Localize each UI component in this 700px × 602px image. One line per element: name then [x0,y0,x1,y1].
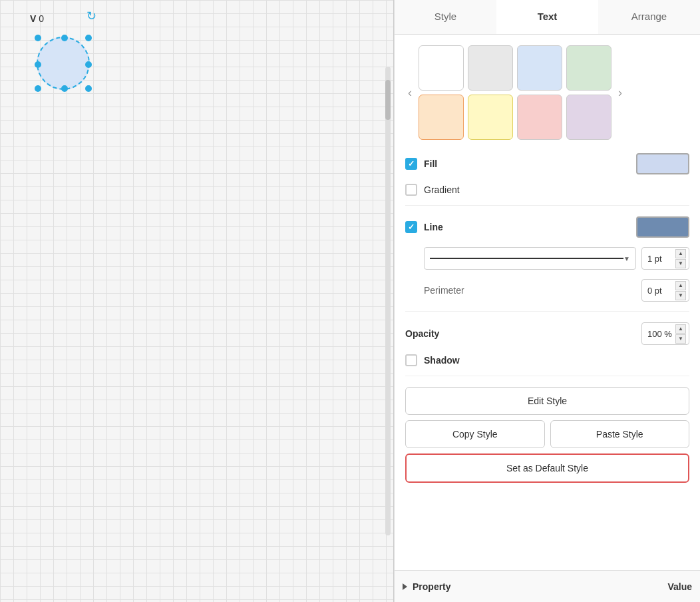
tabs-bar: Style Text Arrange [395,0,700,35]
canvas-area[interactable]: ↻ V 0 [0,0,394,602]
separator-3 [405,376,689,376]
swatch-light-orange[interactable] [419,95,464,140]
dropdown-arrow-icon: ▼ [623,255,630,262]
line-pt-stepper: ▲ ▼ [675,249,686,268]
line-style-select[interactable]: ▼ [424,247,636,270]
shape-label-v: V [30,13,36,24]
swatch-light-yellow[interactable] [468,95,513,140]
opacity-value: 100 % [647,329,672,339]
swatch-light-gray[interactable] [468,45,513,91]
perimeter-pt-stepper: ▲ ▼ [675,281,686,300]
line-pt-down[interactable]: ▼ [675,259,686,268]
perimeter-pt-down[interactable]: ▼ [675,291,686,300]
perimeter-pt-input[interactable]: 0 pt ▲ ▼ [641,279,689,302]
perimeter-pt-value: 0 pt [647,286,662,296]
line-label: Line [424,222,636,232]
tab-arrange[interactable]: Arrange [598,0,700,34]
canvas-scrollbar[interactable] [385,67,391,535]
opacity-down[interactable]: ▼ [675,334,686,344]
opacity-up[interactable]: ▲ [675,324,686,334]
canvas-scrollbar-thumb[interactable] [385,80,391,120]
swatch-light-blue[interactable] [517,45,562,91]
shadow-row: Shadow [405,354,689,366]
swatch-light-green[interactable] [566,45,612,91]
gradient-label: Gradient [424,184,689,195]
fill-color-box[interactable] [636,153,689,174]
gradient-row: Gradient [405,184,689,196]
edit-style-button[interactable]: Edit Style [405,387,689,415]
paste-style-button[interactable]: Paste Style [550,420,690,448]
swatches-next-btn[interactable]: › [615,83,625,103]
right-panel: Style Text Arrange ‹ › [394,0,700,602]
shape-container[interactable]: ↻ V 0 [37,37,90,90]
opacity-label: Opacity [405,328,641,339]
handle-top-mid[interactable] [61,35,68,41]
line-style-row: ▼ 1 pt ▲ ▼ [405,247,689,270]
shape-label-num: 0 [39,13,44,24]
handle-mid-left[interactable] [35,61,41,68]
opacity-stepper: ▲ ▼ [675,324,686,344]
line-pt-value: 1 pt [647,254,662,264]
perimeter-label: Perimeter [424,285,636,296]
swatch-light-red[interactable] [517,95,562,140]
tab-text[interactable]: Text [496,0,598,34]
line-preview [430,258,623,259]
fill-checkbox[interactable] [405,158,417,170]
handle-bot-right[interactable] [85,85,92,92]
rotate-handle[interactable]: ↻ [87,9,96,23]
swatches-grid [419,45,612,140]
set-default-style-button[interactable]: Set as Default Style [405,453,689,483]
fill-label: Fill [424,158,636,169]
opacity-row: Opacity 100 % ▲ ▼ [405,322,689,345]
property-footer: Property Value [395,570,700,602]
separator-1 [405,205,689,206]
shadow-checkbox[interactable] [405,354,417,366]
property-expand-icon[interactable] [403,583,407,590]
line-pt-input[interactable]: 1 pt ▲ ▼ [641,247,689,270]
handle-bot-mid[interactable] [61,85,68,92]
swatch-white[interactable] [419,45,464,91]
handle-top-left[interactable] [35,35,41,41]
copy-style-button[interactable]: Copy Style [405,420,545,448]
line-color-box[interactable] [636,216,689,238]
shape-circle[interactable] [37,37,90,90]
gradient-checkbox[interactable] [405,184,417,196]
line-row: Line [405,216,689,238]
separator-2 [405,311,689,312]
handle-top-right[interactable] [85,35,92,41]
swatches-prev-btn[interactable]: ‹ [405,83,415,103]
property-col-label: Property [413,581,667,592]
shape-label: V 0 [30,13,44,24]
panel-content: ‹ › Fill Gradient [395,35,700,570]
tab-style[interactable]: Style [395,0,496,34]
value-col-label: Value [667,581,692,592]
fill-row: Fill [405,153,689,174]
line-checkbox[interactable] [405,221,417,233]
line-pt-up[interactable]: ▲ [675,249,686,258]
opacity-input[interactable]: 100 % ▲ ▼ [641,322,689,345]
canvas-grid: ↻ V 0 [0,0,393,602]
shadow-label: Shadow [424,355,689,366]
swatches-container: ‹ › [405,45,689,140]
copy-paste-row: Copy Style Paste Style [405,420,689,448]
handle-bot-left[interactable] [35,85,41,92]
perimeter-row: Perimeter 0 pt ▲ ▼ [405,279,689,302]
swatch-light-purple[interactable] [566,95,612,140]
handle-mid-right[interactable] [85,61,92,68]
perimeter-pt-up[interactable]: ▲ [675,281,686,290]
